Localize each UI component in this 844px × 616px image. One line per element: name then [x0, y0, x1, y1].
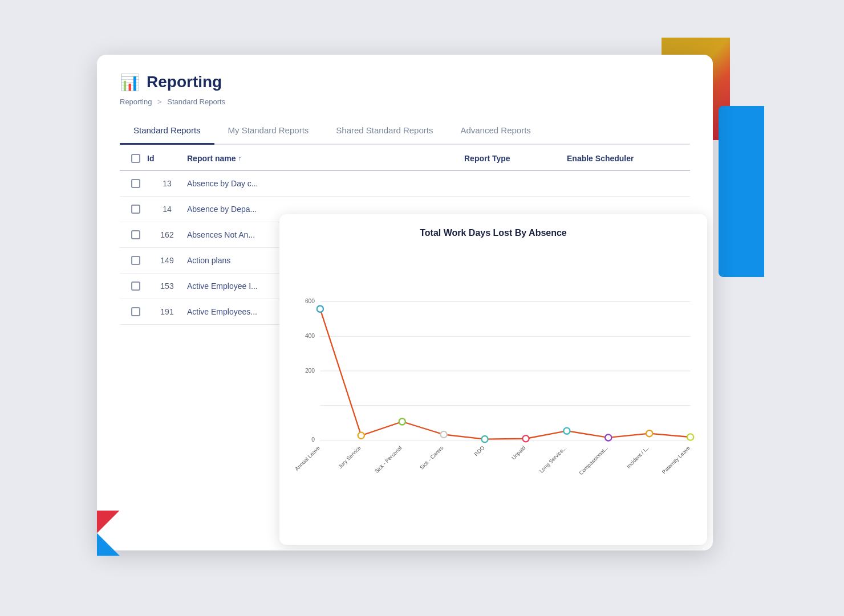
reporting-icon: 📊 — [120, 73, 140, 92]
dot-1 — [358, 432, 364, 438]
chart-svg: 600 400 200 0 — [291, 247, 696, 527]
select-all-checkbox[interactable] — [131, 154, 140, 163]
breadcrumb-current: Standard Reports — [167, 97, 225, 106]
x-label-5: Unpaid — [510, 444, 526, 460]
chart-container: 600 400 200 0 — [291, 247, 696, 527]
main-card: 📊 Reporting Reporting > Standard Reports… — [97, 55, 713, 550]
x-label-9: Paternity Leave — [661, 444, 691, 475]
dot-6 — [563, 427, 570, 434]
dot-8 — [646, 430, 652, 436]
tab-standard-reports[interactable]: Standard Reports — [120, 120, 214, 145]
x-label-2: Sick - Personal — [374, 444, 403, 474]
cell-id-162: 162 — [147, 230, 187, 239]
cell-id-14: 14 — [147, 205, 187, 214]
scene: 📊 Reporting Reporting > Standard Reports… — [80, 38, 764, 579]
x-label-3: Sick - Carers — [419, 444, 444, 470]
x-label-4: RDO — [473, 444, 486, 457]
chart-line — [320, 309, 690, 439]
cell-id-13: 13 — [147, 179, 187, 188]
svg-text:0: 0 — [311, 436, 315, 443]
th-id: Id — [147, 154, 187, 163]
th-type: Report Type — [464, 154, 567, 163]
checkbox-149[interactable] — [131, 256, 140, 265]
dot-2 — [399, 418, 405, 425]
sort-icon[interactable]: ↑ — [238, 154, 242, 162]
cell-id-149: 149 — [147, 256, 187, 265]
corner-decoration-bottom-left — [97, 511, 120, 556]
cell-id-153: 153 — [147, 282, 187, 291]
dot-5 — [522, 435, 529, 442]
page-header: 📊 Reporting — [120, 73, 690, 92]
svg-text:200: 200 — [305, 367, 315, 373]
breadcrumb-separator: > — [157, 97, 162, 106]
row-checkbox-13 — [124, 179, 147, 188]
row-checkbox-14 — [124, 205, 147, 214]
row-checkbox-191 — [124, 307, 147, 316]
tabs-bar: Standard Reports My Standard Reports Sha… — [120, 120, 690, 145]
page-title: Reporting — [147, 73, 222, 91]
checkbox-14[interactable] — [131, 205, 140, 214]
checkbox-13[interactable] — [131, 179, 140, 188]
row-checkbox-153 — [124, 282, 147, 291]
checkbox-191[interactable] — [131, 307, 140, 316]
breadcrumb: Reporting > Standard Reports — [120, 97, 690, 106]
row-checkbox-162 — [124, 230, 147, 239]
th-scheduler: Enable Scheduler — [567, 154, 681, 163]
tab-shared-standard-reports[interactable]: Shared Standard Reports — [322, 120, 447, 145]
x-label-7: Compassionat... — [578, 444, 609, 476]
table-header: Id Report name ↑ Report Type Enable Sche… — [120, 145, 690, 171]
chart-title: Total Work Days Lost By Absence — [291, 228, 696, 238]
cell-id-191: 191 — [147, 307, 187, 316]
svg-text:600: 600 — [305, 298, 315, 304]
table-row: 13 Absence by Day c... — [120, 171, 690, 197]
checkbox-153[interactable] — [131, 282, 140, 291]
corner-decoration-right — [719, 106, 764, 277]
x-label-1: Jury Service — [337, 444, 362, 469]
cell-name-14[interactable]: Absence by Depa... — [187, 205, 464, 214]
x-label-8: Incident / I... — [626, 444, 650, 469]
dot-3 — [441, 431, 447, 437]
checkbox-162[interactable] — [131, 230, 140, 239]
tab-my-standard-reports[interactable]: My Standard Reports — [214, 120, 323, 145]
th-checkbox — [124, 154, 147, 163]
dot-9 — [687, 434, 693, 440]
th-name[interactable]: Report name ↑ — [187, 154, 464, 163]
dot-0 — [317, 305, 323, 312]
dot-4 — [481, 436, 488, 442]
x-label-6: Long Service... — [538, 444, 567, 474]
row-checkbox-149 — [124, 256, 147, 265]
dot-7 — [605, 434, 611, 440]
tab-advanced-reports[interactable]: Advanced Reports — [447, 120, 544, 145]
breadcrumb-parent[interactable]: Reporting — [120, 97, 152, 106]
x-label-0: Annual Leave — [294, 444, 320, 471]
cell-name-13[interactable]: Absence by Day c... — [187, 179, 464, 188]
chart-card: Total Work Days Lost By Absence 600 400 … — [279, 214, 707, 545]
svg-text:400: 400 — [305, 333, 315, 339]
